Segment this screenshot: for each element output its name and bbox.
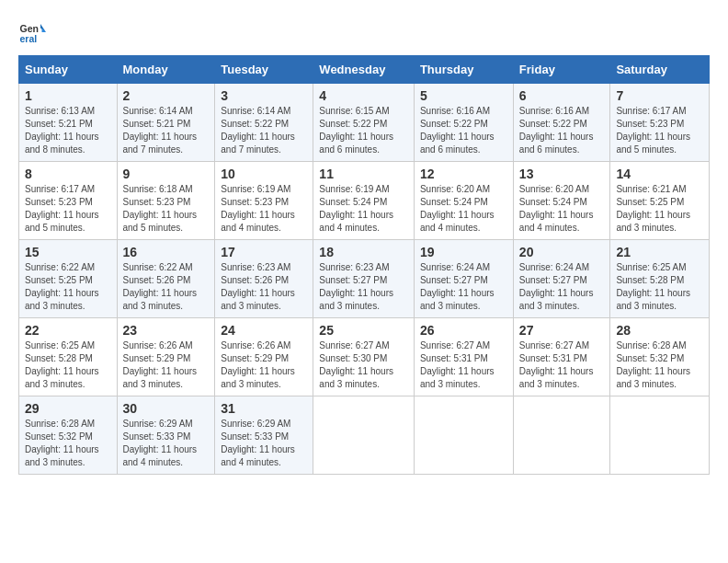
day-header: Sunday	[19, 56, 118, 84]
day-header: Wednesday	[313, 56, 415, 84]
calendar-cell: 2 Sunrise: 6:14 AM Sunset: 5:21 PM Dayli…	[117, 84, 215, 162]
day-number: 5	[420, 88, 507, 103]
calendar-cell: 21 Sunrise: 6:25 AM Sunset: 5:28 PM Dayl…	[610, 240, 710, 318]
day-number: 31	[221, 401, 307, 416]
day-number: 14	[616, 167, 703, 181]
day-number: 2	[123, 88, 210, 103]
day-info: Sunrise: 6:22 AM Sunset: 5:25 PM Dayligh…	[25, 261, 111, 313]
day-header: Saturday	[610, 56, 710, 84]
calendar-cell	[513, 396, 610, 475]
calendar-cell: 3 Sunrise: 6:14 AM Sunset: 5:22 PM Dayli…	[215, 84, 313, 162]
calendar-cell: 17 Sunrise: 6:23 AM Sunset: 5:26 PM Dayl…	[215, 240, 313, 318]
day-info: Sunrise: 6:19 AM Sunset: 5:23 PM Dayligh…	[221, 183, 307, 235]
calendar-cell: 7 Sunrise: 6:17 AM Sunset: 5:23 PM Dayli…	[610, 84, 710, 162]
day-number: 7	[616, 88, 703, 103]
calendar-cell: 16 Sunrise: 6:22 AM Sunset: 5:26 PM Dayl…	[117, 240, 215, 318]
day-info: Sunrise: 6:27 AM Sunset: 5:30 PM Dayligh…	[319, 339, 408, 391]
calendar-cell: 11 Sunrise: 6:19 AM Sunset: 5:24 PM Dayl…	[313, 162, 415, 240]
calendar-cell: 26 Sunrise: 6:27 AM Sunset: 5:31 PM Dayl…	[414, 318, 513, 396]
calendar-cell: 31 Sunrise: 6:29 AM Sunset: 5:33 PM Dayl…	[215, 396, 313, 475]
day-number: 17	[221, 245, 307, 259]
calendar-cell: 25 Sunrise: 6:27 AM Sunset: 5:30 PM Dayl…	[313, 318, 415, 396]
day-info: Sunrise: 6:23 AM Sunset: 5:26 PM Dayligh…	[221, 261, 307, 313]
day-number: 21	[616, 245, 703, 259]
svg-text:eral: eral	[20, 33, 38, 44]
day-info: Sunrise: 6:25 AM Sunset: 5:28 PM Dayligh…	[616, 261, 703, 313]
logo: Gen eral	[18, 18, 50, 46]
day-info: Sunrise: 6:29 AM Sunset: 5:33 PM Dayligh…	[123, 418, 210, 469]
calendar-cell: 6 Sunrise: 6:16 AM Sunset: 5:22 PM Dayli…	[513, 84, 610, 162]
day-info: Sunrise: 6:15 AM Sunset: 5:22 PM Dayligh…	[319, 105, 408, 156]
calendar-cell	[610, 396, 710, 475]
day-number: 29	[25, 401, 111, 416]
day-info: Sunrise: 6:26 AM Sunset: 5:29 PM Dayligh…	[123, 339, 210, 391]
day-number: 13	[519, 167, 605, 181]
calendar-cell: 8 Sunrise: 6:17 AM Sunset: 5:23 PM Dayli…	[19, 162, 118, 240]
day-info: Sunrise: 6:17 AM Sunset: 5:23 PM Dayligh…	[25, 183, 111, 235]
calendar-cell: 4 Sunrise: 6:15 AM Sunset: 5:22 PM Dayli…	[313, 84, 415, 162]
calendar-cell: 9 Sunrise: 6:18 AM Sunset: 5:23 PM Dayli…	[117, 162, 215, 240]
calendar-cell	[313, 396, 415, 475]
day-info: Sunrise: 6:19 AM Sunset: 5:24 PM Dayligh…	[319, 183, 408, 235]
day-number: 27	[519, 323, 605, 338]
day-number: 6	[519, 88, 605, 103]
day-header: Tuesday	[215, 56, 313, 84]
day-number: 10	[221, 167, 307, 181]
page-header: Gen eral	[18, 18, 710, 46]
day-info: Sunrise: 6:21 AM Sunset: 5:25 PM Dayligh…	[616, 183, 703, 235]
calendar-table: SundayMondayTuesdayWednesdayThursdayFrid…	[18, 55, 710, 475]
day-header: Thursday	[414, 56, 513, 84]
day-info: Sunrise: 6:22 AM Sunset: 5:26 PM Dayligh…	[123, 261, 210, 313]
day-number: 15	[25, 245, 111, 259]
day-number: 19	[420, 245, 507, 259]
calendar-cell: 18 Sunrise: 6:23 AM Sunset: 5:27 PM Dayl…	[313, 240, 415, 318]
day-info: Sunrise: 6:20 AM Sunset: 5:24 PM Dayligh…	[420, 183, 507, 235]
day-number: 20	[519, 245, 605, 259]
calendar-cell: 30 Sunrise: 6:29 AM Sunset: 5:33 PM Dayl…	[117, 396, 215, 475]
day-info: Sunrise: 6:27 AM Sunset: 5:31 PM Dayligh…	[420, 339, 507, 391]
day-info: Sunrise: 6:24 AM Sunset: 5:27 PM Dayligh…	[420, 261, 507, 313]
day-number: 4	[319, 88, 408, 103]
calendar-header-row: SundayMondayTuesdayWednesdayThursdayFrid…	[19, 56, 710, 84]
calendar-cell: 15 Sunrise: 6:22 AM Sunset: 5:25 PM Dayl…	[19, 240, 118, 318]
calendar-cell	[414, 396, 513, 475]
day-info: Sunrise: 6:23 AM Sunset: 5:27 PM Dayligh…	[319, 261, 408, 313]
calendar-week-row: 15 Sunrise: 6:22 AM Sunset: 5:25 PM Dayl…	[19, 240, 710, 318]
day-number: 28	[616, 323, 703, 338]
day-header: Monday	[117, 56, 215, 84]
day-number: 8	[25, 167, 111, 181]
calendar-cell: 20 Sunrise: 6:24 AM Sunset: 5:27 PM Dayl…	[513, 240, 610, 318]
day-number: 3	[221, 88, 307, 103]
day-info: Sunrise: 6:29 AM Sunset: 5:33 PM Dayligh…	[221, 418, 307, 469]
day-info: Sunrise: 6:25 AM Sunset: 5:28 PM Dayligh…	[25, 339, 111, 391]
calendar-cell: 1 Sunrise: 6:13 AM Sunset: 5:21 PM Dayli…	[19, 84, 118, 162]
calendar-cell: 23 Sunrise: 6:26 AM Sunset: 5:29 PM Dayl…	[117, 318, 215, 396]
calendar-cell: 24 Sunrise: 6:26 AM Sunset: 5:29 PM Dayl…	[215, 318, 313, 396]
calendar-cell: 28 Sunrise: 6:28 AM Sunset: 5:32 PM Dayl…	[610, 318, 710, 396]
calendar-cell: 27 Sunrise: 6:27 AM Sunset: 5:31 PM Dayl…	[513, 318, 610, 396]
day-number: 16	[123, 245, 210, 259]
day-number: 26	[420, 323, 507, 338]
day-info: Sunrise: 6:16 AM Sunset: 5:22 PM Dayligh…	[519, 105, 605, 156]
calendar-week-row: 1 Sunrise: 6:13 AM Sunset: 5:21 PM Dayli…	[19, 84, 710, 162]
day-number: 11	[319, 167, 408, 181]
day-info: Sunrise: 6:14 AM Sunset: 5:22 PM Dayligh…	[221, 105, 307, 156]
calendar-cell: 14 Sunrise: 6:21 AM Sunset: 5:25 PM Dayl…	[610, 162, 710, 240]
calendar-cell: 13 Sunrise: 6:20 AM Sunset: 5:24 PM Dayl…	[513, 162, 610, 240]
day-info: Sunrise: 6:16 AM Sunset: 5:22 PM Dayligh…	[420, 105, 507, 156]
day-info: Sunrise: 6:27 AM Sunset: 5:31 PM Dayligh…	[519, 339, 605, 391]
day-number: 24	[221, 323, 307, 338]
logo-icon: Gen eral	[18, 18, 46, 46]
day-info: Sunrise: 6:24 AM Sunset: 5:27 PM Dayligh…	[519, 261, 605, 313]
day-header: Friday	[513, 56, 610, 84]
day-info: Sunrise: 6:28 AM Sunset: 5:32 PM Dayligh…	[616, 339, 703, 391]
day-number: 30	[123, 401, 210, 416]
day-info: Sunrise: 6:13 AM Sunset: 5:21 PM Dayligh…	[25, 105, 111, 156]
day-number: 9	[123, 167, 210, 181]
day-number: 18	[319, 245, 408, 259]
day-number: 25	[319, 323, 408, 338]
calendar-week-row: 29 Sunrise: 6:28 AM Sunset: 5:32 PM Dayl…	[19, 396, 710, 475]
day-info: Sunrise: 6:26 AM Sunset: 5:29 PM Dayligh…	[221, 339, 307, 391]
calendar-cell: 29 Sunrise: 6:28 AM Sunset: 5:32 PM Dayl…	[19, 396, 118, 475]
day-info: Sunrise: 6:28 AM Sunset: 5:32 PM Dayligh…	[25, 418, 111, 469]
